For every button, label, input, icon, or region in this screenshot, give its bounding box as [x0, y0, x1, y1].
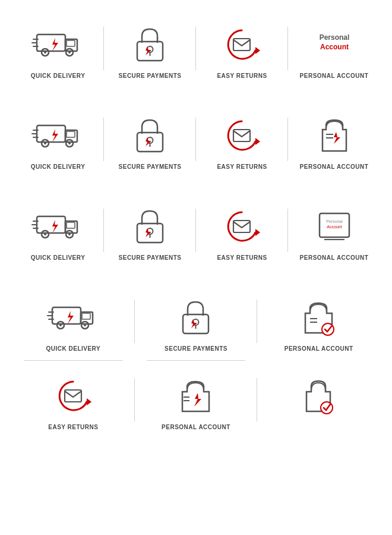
divider-3 [269, 360, 368, 361]
label-easy-returns-3: EASY RETURNS [217, 254, 267, 261]
svg-rect-43 [67, 222, 75, 228]
svg-marker-12 [52, 38, 58, 51]
item-secure-payments-4: SECURE PAYMENTS [135, 285, 258, 358]
returns-icon-3 [219, 206, 266, 247]
svg-rect-37 [233, 130, 250, 141]
label-quick-delivery-3: QUICK DELIVERY [31, 254, 86, 261]
svg-text:Personal: Personal [326, 219, 343, 224]
lock-icon-2 [127, 115, 174, 156]
row-2: QUICK DELIVERY SECURE PAYMENTS EASY RETU… [12, 103, 380, 176]
divider-1 [24, 360, 123, 361]
svg-point-4 [44, 51, 46, 54]
svg-marker-36 [255, 138, 260, 145]
truck-icon-3 [34, 206, 82, 247]
item-easy-returns-4: EASY RETURNS [12, 363, 135, 436]
lock-icon-1 [127, 24, 174, 65]
label-personal-account-1: PERSONAL ACCOUNT [300, 73, 369, 79]
svg-point-79 [322, 323, 334, 335]
row-4-top: QUICK DELIVERY SECURE PAYMENTS [12, 285, 380, 358]
label-secure-payments-2: SECURE PAYMENTS [119, 163, 182, 170]
svg-text:Account: Account [320, 43, 349, 51]
svg-rect-81 [65, 390, 81, 402]
svg-rect-23 [67, 131, 75, 137]
label-quick-delivery-2: QUICK DELIVERY [31, 163, 86, 170]
item-secure-payments-1: SECURE PAYMENTS [104, 12, 196, 85]
row-3: QUICK DELIVERY SECURE PAYMENTS EASY RETU… [12, 194, 380, 267]
label-secure-payments-4: SECURE PAYMENTS [165, 345, 227, 352]
svg-rect-62 [52, 307, 81, 324]
bag-check-icon-2 [311, 115, 358, 156]
svg-rect-18 [233, 39, 250, 51]
item-secure-payments-2: SECURE PAYMENTS [104, 103, 196, 176]
svg-text:Personal: Personal [319, 33, 349, 42]
label-personal-account-3: PERSONAL ACCOUNT [300, 254, 369, 261]
item-easy-returns-2: EASY RETURNS [196, 103, 288, 176]
svg-rect-2 [67, 40, 75, 46]
item-personal-account-2: PERSONAL ACCOUNT [288, 103, 380, 176]
svg-marker-40 [334, 132, 340, 144]
lock-icon-4 [172, 297, 220, 338]
personal-text-icon-1: Personal Account [311, 24, 358, 65]
item-personal-account-1: Personal Account PERSONAL ACCOUNT [288, 12, 380, 85]
returns-icon-1 [219, 24, 266, 65]
row-4: QUICK DELIVERY SECURE PAYMENTS [12, 285, 380, 436]
svg-rect-21 [37, 125, 65, 142]
item-easy-returns-3: EASY RETURNS [196, 194, 288, 267]
label-easy-returns-4: EASY RETURNS [48, 424, 98, 430]
bag-check-icon-4 [295, 297, 343, 338]
item-easy-returns-1: EASY RETURNS [196, 12, 288, 85]
svg-rect-57 [233, 221, 250, 232]
bag-lines-icon-5 [172, 375, 220, 417]
svg-point-66 [59, 324, 62, 326]
label-secure-payments-1: SECURE PAYMENTS [119, 73, 182, 79]
svg-marker-17 [255, 47, 260, 54]
svg-point-85 [321, 402, 333, 414]
row-1: QUICK DELIVERY SECURE PAYMENTS [12, 12, 380, 85]
label-personal-account-5: PERSONAL ACCOUNT [162, 424, 230, 430]
label-personal-account-4: PERSONAL ACCOUNT [284, 345, 353, 352]
label-quick-delivery-1: QUICK DELIVERY [31, 73, 86, 79]
svg-point-45 [44, 233, 46, 235]
svg-text:Account: Account [327, 225, 342, 229]
item-quick-delivery-4: QUICK DELIVERY [12, 285, 135, 358]
bag-check-icon-5 [295, 375, 343, 417]
truck-icon-2 [34, 115, 82, 156]
truck-icon-4 [49, 297, 97, 338]
svg-rect-41 [37, 216, 65, 233]
svg-rect-64 [82, 313, 90, 319]
svg-point-6 [68, 51, 71, 54]
personal-card-icon-3: Personal Account [311, 206, 358, 247]
label-secure-payments-3: SECURE PAYMENTS [119, 254, 182, 261]
returns-icon-2 [219, 115, 266, 156]
item-secure-payments-3: SECURE PAYMENTS [104, 194, 196, 267]
svg-marker-56 [255, 229, 260, 236]
truck-icon-1 [34, 24, 82, 65]
label-easy-returns-1: EASY RETURNS [217, 73, 267, 79]
lock-icon-3 [127, 206, 174, 247]
svg-marker-80 [87, 398, 91, 405]
label-quick-delivery-4: QUICK DELIVERY [46, 345, 101, 352]
item-quick-delivery-3: QUICK DELIVERY [12, 194, 104, 267]
item-quick-delivery-2: QUICK DELIVERY [12, 103, 104, 176]
svg-point-27 [68, 142, 71, 144]
row-4-dividers [12, 358, 380, 363]
svg-marker-51 [52, 220, 58, 233]
svg-rect-0 [37, 34, 65, 51]
divider-2 [147, 360, 246, 361]
item-empty-4 [257, 363, 380, 436]
svg-marker-84 [194, 393, 201, 407]
row-4-bottom: EASY RETURNS PERSONAL ACCOUNT [12, 363, 380, 436]
item-quick-delivery-1: QUICK DELIVERY [12, 12, 104, 85]
svg-marker-31 [52, 129, 58, 142]
svg-point-68 [84, 324, 86, 326]
returns-icon-4 [49, 375, 97, 417]
label-personal-account-2: PERSONAL ACCOUNT [300, 163, 369, 170]
item-personal-account-3: Personal Account PERSONAL ACCOUNT [288, 194, 380, 267]
label-easy-returns-2: EASY RETURNS [217, 163, 267, 170]
svg-point-47 [68, 233, 71, 235]
item-personal-account-4: PERSONAL ACCOUNT [257, 285, 380, 358]
svg-point-25 [44, 142, 46, 144]
svg-marker-72 [68, 311, 74, 324]
item-personal-account-5: PERSONAL ACCOUNT [135, 363, 258, 436]
